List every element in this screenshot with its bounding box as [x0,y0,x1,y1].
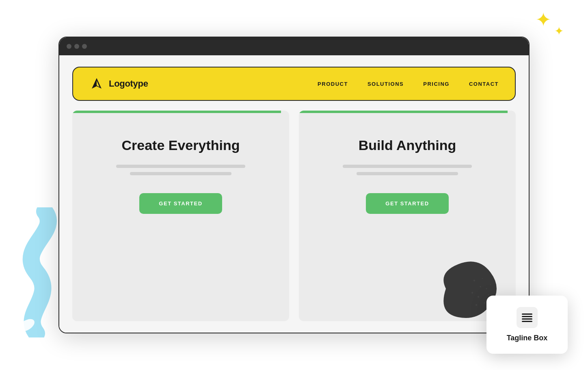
card-title-1: Create Everything [122,137,240,153]
svg-point-2 [480,286,481,287]
nav-product[interactable]: PRODUCT [318,81,348,87]
svg-point-1 [473,280,475,281]
tagline-box: Tagline Box [486,296,568,354]
browser-dot-1 [67,44,71,49]
list-icon [521,311,534,324]
card-line-2a [343,165,472,168]
svg-rect-12 [522,316,532,317]
star-small-icon: ✦ [554,24,564,38]
card-line-1b [130,172,231,175]
tagline-icon [517,307,538,328]
svg-rect-14 [522,321,532,322]
svg-rect-11 [522,313,532,315]
svg-point-8 [484,303,485,304]
svg-rect-13 [522,318,532,320]
nav-solutions[interactable]: SOLUTIONS [368,81,404,87]
browser-dot-2 [74,44,79,49]
squiggle-decoration [12,207,61,337]
card-line-1a [116,165,245,168]
svg-point-5 [486,288,487,289]
browser-dots [67,44,87,49]
nav-pricing[interactable]: PRICING [423,81,450,87]
tagline-label: Tagline Box [507,334,548,342]
card-lines-1 [89,165,273,175]
svg-point-6 [478,296,479,298]
svg-point-3 [471,292,473,294]
card-title-2: Build Anything [359,137,456,153]
navbar: Logotype PRODUCT SOLUTIONS PRICING CONTA… [72,67,516,101]
card-create: Create Everything GET STARTED [72,111,289,321]
svg-point-4 [482,278,483,279]
browser-chrome [59,37,529,55]
svg-point-10 [490,284,491,285]
card-lines-2 [315,165,499,175]
star-large-icon: ✦ [535,8,551,31]
logo-area: Logotype [89,76,148,91]
nav-contact[interactable]: CONTACT [469,81,499,87]
svg-point-7 [488,294,489,295]
card-top-bar-2 [299,111,508,113]
card-top-bar-1 [72,111,281,113]
card-line-2b [357,172,458,175]
nav-links: PRODUCT SOLUTIONS PRICING CONTACT [318,81,499,87]
cta-button-2[interactable]: GET STARTED [366,193,448,214]
logo-icon [89,76,104,91]
browser-dot-3 [82,44,87,49]
cta-button-1[interactable]: GET STARTED [139,193,222,214]
logo-text: Logotype [109,78,148,89]
svg-point-9 [476,304,477,306]
